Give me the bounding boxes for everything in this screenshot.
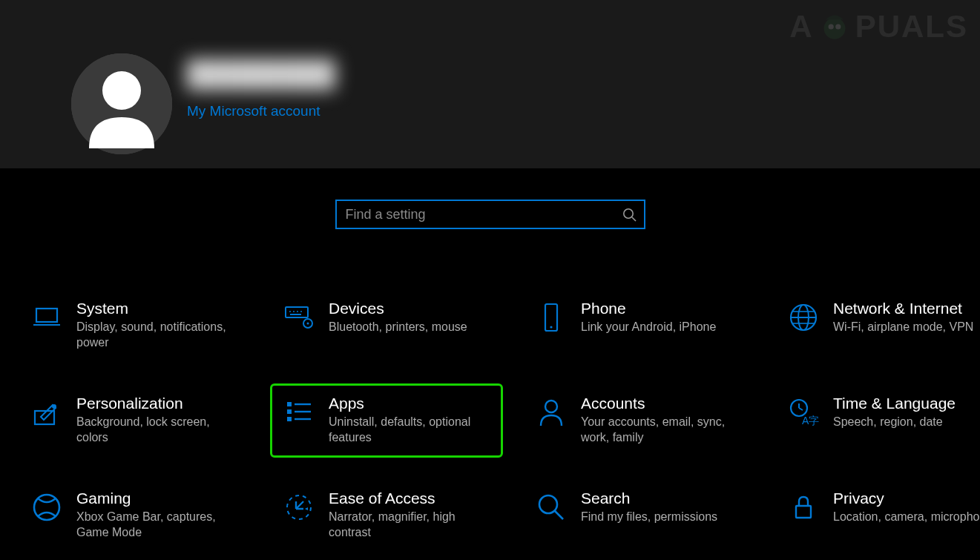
tile-title: Search xyxy=(581,490,717,507)
tile-text: SearchFind my files, permissions xyxy=(581,490,717,525)
apps-list-icon xyxy=(283,396,315,429)
tile-gaming[interactable]: GamingXbox Game Bar, captures, Game Mode xyxy=(18,478,251,553)
tile-title: Accounts xyxy=(581,395,743,412)
tile-text: SystemDisplay, sound, notifications, pow… xyxy=(76,300,238,351)
tile-personalization[interactable]: PersonalizationBackground, lock screen, … xyxy=(18,383,251,458)
tile-devices[interactable]: DevicesBluetooth, printers, mouse xyxy=(270,289,503,363)
tile-text: DevicesBluetooth, printers, mouse xyxy=(329,300,467,335)
watermark-logo: A A PUALS PUALS xyxy=(789,9,968,45)
tile-desc: Bluetooth, printers, mouse xyxy=(329,320,467,335)
tile-title: Privacy xyxy=(833,490,980,507)
person-icon xyxy=(535,396,568,429)
tile-text: Ease of AccessNarrator, magnifier, high … xyxy=(329,490,490,541)
tile-desc: Speech, region, date xyxy=(833,415,956,430)
lock-icon xyxy=(787,491,820,524)
search-row xyxy=(0,200,980,229)
tile-text: PrivacyLocation, camera, microphone xyxy=(833,490,980,525)
tile-desc: Wi-Fi, airplane mode, VPN xyxy=(833,320,973,335)
magnifier-icon xyxy=(535,491,568,524)
tile-desc: Your accounts, email, sync, work, family xyxy=(581,415,743,446)
tile-title: Gaming xyxy=(76,490,238,507)
tile-text: AppsUninstall, defaults, optional featur… xyxy=(329,395,490,446)
tile-apps[interactable]: AppsUninstall, defaults, optional featur… xyxy=(270,383,503,458)
accessibility-icon xyxy=(283,491,315,524)
tile-phone[interactable]: PhoneLink your Android, iPhone xyxy=(522,289,755,363)
tile-desc: Link your Android, iPhone xyxy=(581,320,716,335)
paintbrush-icon xyxy=(30,396,63,429)
tile-privacy[interactable]: PrivacyLocation, camera, microphone xyxy=(775,478,980,553)
tile-title: Phone xyxy=(581,300,716,317)
my-microsoft-account-link[interactable]: My Microsoft account xyxy=(187,103,320,119)
tile-search[interactable]: SearchFind my files, permissions xyxy=(522,478,755,553)
tile-title: Ease of Access xyxy=(329,490,490,507)
avatar-icon xyxy=(71,53,172,154)
tile-accounts[interactable]: AccountsYour accounts, email, sync, work… xyxy=(522,383,755,458)
tile-desc: Location, camera, microphone xyxy=(833,510,980,525)
tile-text: PersonalizationBackground, lock screen, … xyxy=(76,395,238,446)
tile-title: Devices xyxy=(329,300,467,317)
tile-text: Time & LanguageSpeech, region, date xyxy=(833,395,956,430)
tile-system[interactable]: SystemDisplay, sound, notifications, pow… xyxy=(18,289,251,363)
tile-desc: Narrator, magnifier, high contrast xyxy=(329,510,490,541)
tile-title: Personalization xyxy=(76,395,238,412)
tile-title: Time & Language xyxy=(833,395,956,412)
laptop-icon xyxy=(30,301,63,334)
search-icon xyxy=(622,207,637,222)
keyboard-icon xyxy=(283,301,315,334)
tile-text: Network & InternetWi-Fi, airplane mode, … xyxy=(833,300,973,335)
tile-text: GamingXbox Game Bar, captures, Game Mode xyxy=(76,490,238,541)
tile-desc: Background, lock screen, colors xyxy=(76,415,238,446)
tile-title: Apps xyxy=(329,395,490,412)
xbox-icon xyxy=(30,491,63,524)
tile-ease-of-access[interactable]: Ease of AccessNarrator, magnifier, high … xyxy=(270,478,503,553)
phone-icon xyxy=(535,301,568,334)
search-box[interactable] xyxy=(335,200,645,229)
mascot-icon xyxy=(817,9,852,45)
tile-desc: Display, sound, notifications, power xyxy=(76,320,238,351)
tile-text: PhoneLink your Android, iPhone xyxy=(581,300,716,335)
user-info: ████████ My Microsoft account xyxy=(187,53,336,119)
tile-desc: Uninstall, defaults, optional features xyxy=(329,415,490,446)
settings-tiles-grid: SystemDisplay, sound, notifications, pow… xyxy=(0,229,980,553)
tile-time-language[interactable]: Time & LanguageSpeech, region, date xyxy=(775,383,980,458)
tile-desc: Find my files, permissions xyxy=(581,510,717,525)
tile-network[interactable]: Network & InternetWi-Fi, airplane mode, … xyxy=(775,289,980,363)
tile-title: System xyxy=(76,300,238,317)
globe-icon xyxy=(787,301,820,334)
user-name-blurred: ████████ xyxy=(187,59,336,88)
header-region: A A PUALS PUALS ████████ My Microsoft ac… xyxy=(0,0,980,168)
avatar[interactable] xyxy=(71,53,172,154)
tile-text: AccountsYour accounts, email, sync, work… xyxy=(581,395,743,446)
tile-desc: Xbox Game Bar, captures, Game Mode xyxy=(76,510,238,541)
tile-title: Network & Internet xyxy=(833,300,973,317)
clock-language-icon xyxy=(787,396,820,429)
search-input[interactable] xyxy=(346,207,622,223)
